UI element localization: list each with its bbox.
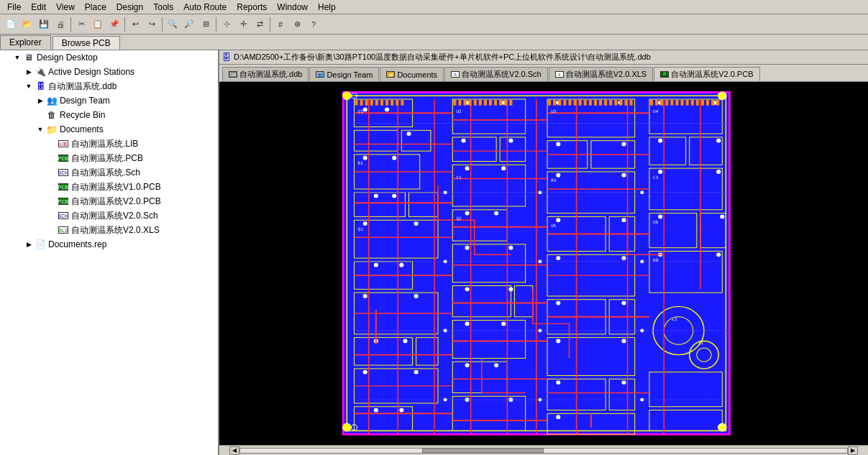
team-tab-icon: 👥: [316, 71, 324, 78]
svg-rect-198: [558, 100, 561, 106]
move-button[interactable]: ✛: [235, 17, 251, 32]
menu-bar: File Edit View Place Design Tools Auto R…: [0, 0, 868, 14]
expand-arrow: ▼: [24, 82, 33, 91]
tree-label: 自动测温系统.PCB: [71, 152, 143, 165]
tree-item-design-team[interactable]: ▶ 👥 Design Team: [0, 93, 218, 108]
doc-tab-sch[interactable]: S 自动测温系统V2.0.Sch: [444, 67, 548, 81]
tree-item-file-v20pcb[interactable]: ▶ PCB 自动测温系统V2.0.PCB: [0, 194, 218, 208]
menu-edit[interactable]: Edit: [27, 1, 50, 13]
svg-rect-226: [716, 100, 719, 106]
h-scrollbar-container: ◀ ▶: [219, 445, 868, 455]
svg-text:C1: C1: [456, 175, 462, 180]
tab-browse-pcb[interactable]: Browse PCB: [52, 36, 120, 50]
tree-item-recycle-bin[interactable]: ▶ 🗑 Recycle Bin: [0, 108, 218, 122]
menu-view[interactable]: View: [52, 1, 79, 13]
tree-item-design-desktop[interactable]: ▼ 🖥 Design Desktop: [0, 50, 218, 65]
tree-label: Documents.rep: [48, 239, 106, 249]
lib-icon: LIB: [58, 138, 69, 150]
svg-point-227: [342, 91, 351, 100]
xls-tab-icon: X: [555, 71, 564, 78]
select-button[interactable]: ⊹: [219, 17, 234, 32]
tree-item-file-v10[interactable]: ▶ PCB 自动测温系统V1.0.PCB: [0, 180, 218, 194]
doc-tabs: DB 自动测温系统.ddb 👥 Design Team 📁 Documents …: [219, 65, 868, 82]
menu-file[interactable]: File: [3, 1, 25, 13]
svg-text:U4: U4: [653, 109, 659, 114]
svg-point-133: [465, 166, 470, 170]
menu-window[interactable]: Window: [273, 1, 312, 13]
tab-label: 自动测温系统V2.0.XLS: [566, 69, 647, 80]
svg-point-229: [342, 423, 351, 432]
menu-design[interactable]: Design: [112, 1, 147, 13]
menu-tools[interactable]: Tools: [149, 1, 178, 13]
svg-point-132: [508, 139, 513, 143]
svg-point-161: [556, 380, 560, 385]
open-button[interactable]: 📂: [19, 17, 35, 32]
svg-rect-189: [479, 100, 482, 106]
svg-rect-174: [355, 100, 358, 106]
svg-point-150: [621, 142, 626, 147]
doc-tab-docs[interactable]: 📁 Documents: [380, 67, 444, 81]
svg-point-168: [658, 170, 662, 174]
route-button[interactable]: ⇄: [252, 17, 268, 32]
tree-item-main-db[interactable]: ▼ 🗄 自动测温系统.ddb: [0, 79, 218, 93]
cross-button[interactable]: ⊕: [289, 17, 305, 32]
copy-button[interactable]: 📋: [90, 17, 106, 32]
tree-item-active-stations[interactable]: ▶ 🔌 Active Design Stations: [0, 65, 218, 79]
svg-point-243: [538, 190, 542, 194]
scroll-thumb[interactable]: [422, 449, 544, 453]
tree-item-file-v20xls[interactable]: ▶ XLS 自动测温系统V2.0.XLS: [0, 223, 218, 237]
svg-rect-223: [701, 100, 704, 106]
doc-tab-team[interactable]: 👥 Design Team: [309, 67, 379, 81]
menu-autoroute[interactable]: Auto Route: [179, 1, 231, 13]
tree-item-file-pcb[interactable]: ▶ PCB 自动测温系统.PCB: [0, 151, 218, 165]
tree-item-documents[interactable]: ▼ 📁 Documents: [0, 122, 218, 137]
save-button[interactable]: 💾: [36, 17, 52, 32]
undo-button[interactable]: ↩: [127, 17, 143, 32]
toolbar: 📄 📂 💾 🖨 ✂ 📋 📌 ↩ ↪ 🔍 🔎 ⊞ ⊹ ✛ ⇄ # ⊕ ?: [0, 14, 868, 35]
svg-point-117: [363, 221, 367, 226]
svg-point-171: [720, 215, 724, 219]
tab-label: 自动测温系统.ddb: [239, 69, 302, 80]
pcb-board-svg: U1 U2 U3 U4 R1 C1 R3 C3 Q1 Q2 U5 U6 R8 L…: [219, 82, 868, 455]
tree-item-file-v20sch[interactable]: ▶ SCH 自动测温系统V2.0.Sch: [0, 208, 218, 223]
pcb-tab-icon: P: [660, 71, 669, 78]
tree-item-docs-rep[interactable]: ▶ 📄 Documents.rep: [0, 237, 218, 252]
scroll-track[interactable]: [239, 448, 848, 454]
doc-tab-pcb[interactable]: P 自动测温系统V2.0.PCB: [654, 67, 759, 81]
redo-button[interactable]: ↪: [144, 17, 160, 32]
tree-item-file-sch[interactable]: ▶ SCH 自动测温系统.Sch: [0, 165, 218, 180]
doc-tab-xls[interactable]: X 自动测温系统V2.0.XLS: [549, 67, 653, 81]
svg-rect-186: [464, 100, 467, 106]
menu-reports[interactable]: Reports: [232, 1, 271, 13]
new-button[interactable]: 📄: [3, 17, 19, 32]
sch-tab-icon: S: [451, 71, 460, 78]
question-button[interactable]: ?: [306, 17, 321, 32]
scroll-right-arrow[interactable]: ▶: [848, 446, 858, 455]
svg-point-245: [444, 329, 447, 333]
paste-button[interactable]: 📌: [106, 17, 122, 32]
svg-point-236: [444, 190, 447, 194]
svg-point-169: [716, 170, 721, 174]
doc-tab-ddb[interactable]: DB 自动测温系统.ddb: [222, 67, 309, 81]
menu-place[interactable]: Place: [81, 1, 111, 13]
svg-point-113: [363, 156, 367, 160]
tree-label: 自动测温系统V2.0.PCB: [71, 196, 161, 208]
zoom-out-button[interactable]: 🔎: [181, 17, 197, 32]
scroll-left-arrow[interactable]: ◀: [229, 446, 239, 455]
print-button[interactable]: 🖨: [52, 17, 68, 32]
h-scrollbar[interactable]: ◀ ▶: [219, 445, 868, 455]
zoom-in-button[interactable]: 🔍: [165, 17, 181, 32]
svg-rect-220: [686, 100, 689, 106]
svg-rect-222: [696, 100, 699, 106]
svg-text:L1: L1: [672, 317, 677, 321]
tree-item-file-lib[interactable]: ▶ LIB 自动测温系统.LIB: [0, 137, 218, 151]
pcb-canvas[interactable]: U1 U2 U3 U4 R1 C1 R3 C3 Q1 Q2 U5 U6 R8 L…: [219, 82, 868, 455]
tab-explorer[interactable]: Explorer: [0, 35, 51, 50]
grid-button[interactable]: #: [273, 17, 288, 32]
panel-tabs: Explorer Browse PCB: [0, 35, 868, 50]
menu-help[interactable]: Help: [314, 1, 340, 13]
zoom-fit-button[interactable]: ⊞: [198, 17, 214, 32]
toolbar-sep-1: [70, 17, 71, 32]
svg-point-158: [621, 301, 626, 305]
cut-button[interactable]: ✂: [73, 17, 89, 32]
